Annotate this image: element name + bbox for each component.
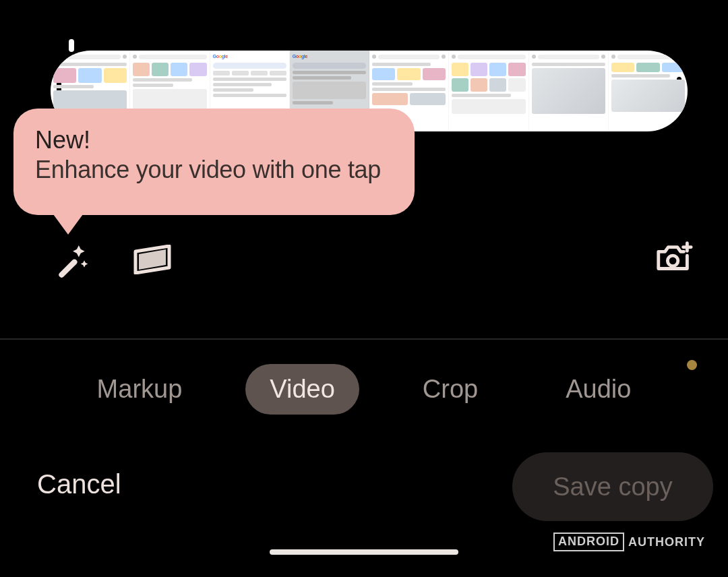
cancel-button[interactable]: Cancel [37,469,121,499]
magic-wand-icon [51,241,89,278]
tab-audio[interactable]: Audio [541,364,655,415]
section-divider [0,338,728,340]
frame-export-button[interactable] [132,239,173,280]
watermark-box: ANDROID [553,533,624,551]
skewed-frame-icon [133,245,172,274]
camera-plus-icon [655,239,695,277]
save-copy-button[interactable]: Save copy [512,452,713,521]
tooltip-tail [53,214,83,235]
camera-export-button[interactable] [655,238,695,278]
tab-crop[interactable]: Crop [398,364,502,415]
enhance-button[interactable] [50,239,90,280]
tooltip-body: Enhance your video with one tap [35,156,394,184]
tab-video[interactable]: Video [245,364,359,415]
svg-point-1 [667,255,677,266]
timeline-playhead[interactable] [69,39,74,52]
tab-markup[interactable]: Markup [73,364,207,415]
feature-tooltip: New! Enhance your video with one tap [13,109,415,215]
watermark-text: AUTHORITY [628,535,705,549]
video-editor-screen: Google Google 6 New! Enhance your video … [0,0,728,577]
tooltip-title: New! [35,126,394,154]
android-nav-handle[interactable] [270,549,458,555]
edit-mode-tabs: Markup Video Crop Audio [0,364,728,415]
watermark: ANDROID AUTHORITY [553,533,705,551]
svg-rect-0 [58,258,79,278]
audio-indicator-dot [687,360,697,370]
tool-row [0,233,728,286]
